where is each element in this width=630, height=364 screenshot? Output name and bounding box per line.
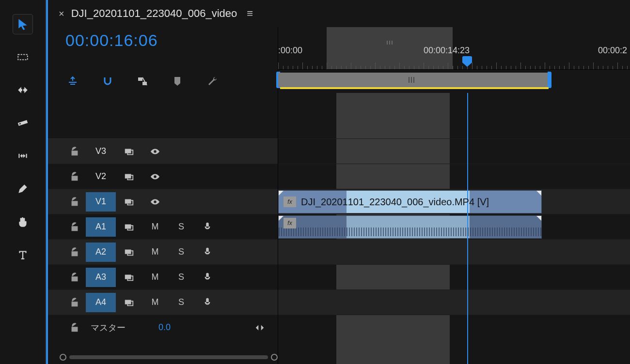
tool-strip — [0, 0, 46, 364]
current-timecode[interactable]: 00:00:16:06 — [65, 31, 158, 50]
sequence-name[interactable]: DJI_20201101_223040_006_video — [71, 7, 237, 20]
type-tool[interactable] — [13, 245, 32, 264]
eye-icon[interactable] — [142, 146, 168, 157]
track-label[interactable]: A3 — [86, 268, 116, 287]
razor-tool[interactable] — [13, 113, 32, 133]
mute-button[interactable]: M — [142, 222, 168, 232]
sync-lock-icon[interactable] — [116, 197, 142, 207]
lock-icon[interactable] — [69, 247, 80, 258]
sync-lock-icon[interactable] — [116, 171, 142, 182]
track-label[interactable]: V2 — [86, 167, 116, 186]
track-lane-v2[interactable] — [278, 164, 630, 189]
fx-badge[interactable]: fx — [284, 197, 296, 207]
track-label[interactable]: V3 — [86, 142, 116, 161]
fx-badge[interactable]: fx — [284, 218, 296, 228]
voiceover-icon[interactable] — [194, 247, 220, 258]
mute-button[interactable]: M — [142, 272, 168, 282]
pen-tool[interactable] — [13, 179, 32, 198]
track-header-a2[interactable]: A2 M S — [48, 239, 278, 264]
stereo-icon[interactable] — [247, 322, 273, 333]
svg-rect-9 — [125, 300, 131, 304]
mute-button[interactable]: M — [142, 297, 168, 307]
sync-lock-icon[interactable] — [116, 297, 142, 308]
eye-icon[interactable] — [142, 171, 168, 182]
track-header-v1[interactable]: V1 — [48, 189, 278, 214]
track-lane-a2[interactable] — [278, 239, 630, 264]
settings-wrench-icon[interactable] — [205, 74, 220, 89]
track-header-v2[interactable]: V2 — [48, 164, 278, 189]
track-label[interactable]: V1 — [86, 192, 116, 212]
zoom-handle-icon[interactable] — [60, 354, 66, 361]
sync-lock-icon[interactable] — [116, 146, 142, 157]
zoom-thumb[interactable] — [69, 355, 268, 359]
navigator-thumb[interactable] — [278, 73, 550, 87]
sequence-toolbar — [48, 70, 278, 93]
track-select-tool[interactable] — [13, 47, 32, 67]
lock-icon[interactable] — [69, 146, 80, 157]
clip-area[interactable]: fx DJI_20201101_223040_006_video.MP4 [V]… — [278, 93, 630, 364]
master-value[interactable]: 0.0 — [158, 322, 171, 333]
close-tab-icon[interactable]: × — [59, 8, 64, 19]
master-label: マスター — [86, 322, 139, 334]
selection-tool[interactable] — [13, 15, 32, 34]
sync-lock-icon[interactable] — [116, 272, 142, 283]
marker-icon[interactable] — [170, 74, 185, 89]
track-header-a1[interactable]: A1 M S — [48, 214, 278, 239]
svg-rect-0 — [18, 55, 28, 60]
tab-menu-icon[interactable]: ≡ — [247, 7, 253, 20]
slip-tool[interactable] — [13, 146, 32, 166]
voiceover-icon[interactable] — [194, 272, 220, 283]
lock-icon[interactable] — [69, 222, 80, 232]
clip-name: DJI_20201101_223040_006_video.MP4 [V] — [301, 197, 489, 208]
track-lane-v3[interactable] — [278, 138, 630, 164]
lock-icon[interactable] — [69, 197, 80, 207]
track-header-a3[interactable]: A3 M S — [48, 264, 278, 289]
track-lane-v1[interactable]: fx DJI_20201101_223040_006_video.MP4 [V] — [278, 189, 630, 214]
linked-selection-icon[interactable] — [135, 74, 150, 89]
track-lane-master[interactable] — [278, 315, 630, 340]
voiceover-icon[interactable] — [194, 297, 220, 308]
sequence-tab-bar: × DJI_20201101_223040_006_video ≡ — [48, 0, 630, 27]
solo-button[interactable]: S — [168, 222, 194, 232]
eye-icon[interactable] — [142, 197, 168, 207]
time-ruler[interactable]: :00:00 00:00:14:23 00:00:2 — [278, 27, 630, 70]
svg-rect-3 — [125, 149, 131, 153]
solo-button[interactable]: S — [168, 272, 194, 282]
audio-clip[interactable]: fx — [278, 215, 542, 239]
solo-button[interactable]: S — [168, 297, 194, 307]
svg-rect-8 — [125, 274, 131, 279]
hand-tool[interactable] — [13, 212, 32, 231]
track-header-a4[interactable]: A4 M S — [48, 289, 278, 315]
work-area-end-handle[interactable] — [548, 72, 551, 88]
ruler-label: :00:00 — [278, 46, 302, 56]
ripple-edit-tool[interactable] — [13, 80, 32, 100]
track-label[interactable]: A1 — [86, 217, 116, 237]
sync-lock-icon[interactable] — [116, 222, 142, 232]
svg-rect-1 — [17, 120, 28, 126]
navigator-bar[interactable] — [278, 70, 630, 93]
insert-overwrite-icon[interactable] — [65, 74, 80, 89]
track-header-v3[interactable]: V3 — [48, 138, 278, 164]
timeline-canvas[interactable]: :00:00 00:00:14:23 00:00:2 — [278, 27, 630, 364]
mute-button[interactable]: M — [142, 247, 168, 257]
track-lane-a1[interactable]: fx — [278, 214, 630, 239]
track-lane-a3[interactable] — [278, 264, 630, 289]
zoom-handle-icon[interactable] — [271, 354, 278, 361]
track-headers: V3 V2 V1 — [48, 138, 278, 340]
lock-icon[interactable] — [69, 297, 80, 308]
snap-icon[interactable] — [100, 74, 115, 89]
zoom-scrollbar[interactable] — [278, 350, 630, 364]
lock-icon[interactable] — [69, 171, 80, 182]
svg-rect-7 — [125, 249, 131, 254]
voiceover-icon[interactable] — [194, 222, 220, 232]
video-clip[interactable]: fx DJI_20201101_223040_006_video.MP4 [V] — [278, 190, 542, 213]
lock-icon[interactable] — [69, 322, 80, 333]
sync-lock-icon[interactable] — [116, 247, 142, 258]
track-label[interactable]: A2 — [86, 243, 116, 262]
zoom-scroll-left-end[interactable] — [48, 350, 278, 364]
track-lane-a4[interactable] — [278, 289, 630, 315]
lock-icon[interactable] — [69, 272, 80, 283]
track-label[interactable]: A4 — [86, 293, 116, 312]
track-header-master[interactable]: マスター 0.0 — [48, 315, 278, 340]
solo-button[interactable]: S — [168, 247, 194, 257]
